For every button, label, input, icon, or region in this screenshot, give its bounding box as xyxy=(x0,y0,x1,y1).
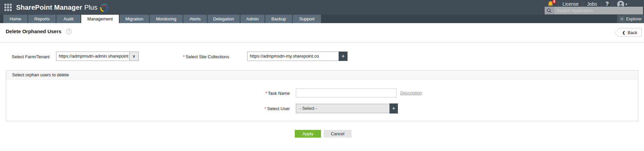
main-navigation: Home Reports Audit Management Migration … xyxy=(0,15,644,23)
tab-migration[interactable]: Migration xyxy=(120,15,149,23)
app-title-suffix: Plus xyxy=(84,4,97,11)
notification-bell-icon[interactable]: 4 xyxy=(547,1,554,7)
notification-count-badge: 4 xyxy=(552,0,556,4)
tab-home[interactable]: Home xyxy=(3,15,28,23)
app-logo: SharePoint Manager Plus xyxy=(16,0,108,15)
site-collections-label: *Select Site Collections xyxy=(183,54,229,59)
page-header: Delete Orphaned Users ? ❮ Back xyxy=(0,23,644,43)
search-button[interactable] xyxy=(545,7,554,14)
tab-alerts[interactable]: Alerts xyxy=(183,15,207,23)
logo-swoosh-icon xyxy=(99,2,108,12)
topbar-menu: 4 License Jobs ? ▾ xyxy=(547,1,627,7)
required-asterisk: * xyxy=(265,91,267,96)
add-site-collection-button[interactable]: + xyxy=(339,52,348,61)
back-button[interactable]: ❮ Back xyxy=(618,28,642,37)
help-icon[interactable]: ? xyxy=(605,1,609,7)
explorer-icon xyxy=(619,16,625,21)
task-name-label: *Task Name xyxy=(208,91,290,96)
page-help-icon[interactable]: ? xyxy=(66,29,72,34)
divider xyxy=(601,2,601,6)
apply-button[interactable]: Apply xyxy=(295,130,321,138)
farm-tenant-dropdown[interactable]: https://admpmsdn-admin.sharepoint ∨ xyxy=(56,52,139,61)
task-name-input[interactable] xyxy=(296,88,397,97)
back-label: Back xyxy=(628,30,637,35)
tab-backup[interactable]: Backup xyxy=(265,15,292,23)
divider xyxy=(613,2,613,6)
nav-tabs: Home Reports Audit Management Migration … xyxy=(3,15,321,23)
site-collections-input[interactable]: https://admpmsdn-my.sharepoint.co xyxy=(247,52,339,61)
panel-title: Select orphan users to delete xyxy=(6,71,638,80)
license-link[interactable]: License xyxy=(562,1,579,7)
description-link[interactable]: Description xyxy=(400,90,422,95)
search-input[interactable] xyxy=(554,7,643,14)
tab-support[interactable]: Support xyxy=(293,15,321,23)
required-asterisk: * xyxy=(265,106,266,111)
caret-down-icon: ▾ xyxy=(626,2,627,6)
back-chevron-icon: ❮ xyxy=(622,30,625,35)
tab-admin[interactable]: Admin xyxy=(240,15,265,23)
add-user-button[interactable]: + xyxy=(389,103,398,114)
tab-monitoring[interactable]: Monitoring xyxy=(150,15,183,23)
farm-tenant-label: Select Farm/Tenant xyxy=(12,54,50,59)
topbar: SharePoint Manager Plus 4 License Jobs ? xyxy=(0,0,644,15)
divider xyxy=(558,2,558,6)
required-asterisk: * xyxy=(183,54,185,59)
page-title: Delete Orphaned Users xyxy=(6,28,61,34)
explorer-label: Explorer xyxy=(626,17,642,21)
chevron-down-icon[interactable]: ∨ xyxy=(129,52,138,61)
select-user-dropdown[interactable]: - Select - xyxy=(296,104,390,113)
app-title: SharePoint Manager xyxy=(16,4,82,11)
jobs-link[interactable]: Jobs xyxy=(587,1,597,7)
cancel-button[interactable]: Cancel xyxy=(324,130,352,138)
tab-delegation[interactable]: Delegation xyxy=(208,15,240,23)
plus-icon: + xyxy=(392,105,396,112)
select-user-label: *Select User xyxy=(208,106,290,111)
tab-management[interactable]: Management xyxy=(81,15,119,23)
farm-tenant-value: https://admpmsdn-admin.sharepoint xyxy=(56,52,129,61)
tab-reports[interactable]: Reports xyxy=(28,15,56,23)
divider xyxy=(583,2,583,6)
explorer-button[interactable]: Explorer xyxy=(617,15,644,23)
plus-icon: + xyxy=(341,53,345,60)
app-launcher-grid-icon[interactable] xyxy=(4,4,12,11)
search-icon xyxy=(547,8,552,13)
tab-audit[interactable]: Audit xyxy=(56,15,81,23)
application-search xyxy=(545,7,643,14)
